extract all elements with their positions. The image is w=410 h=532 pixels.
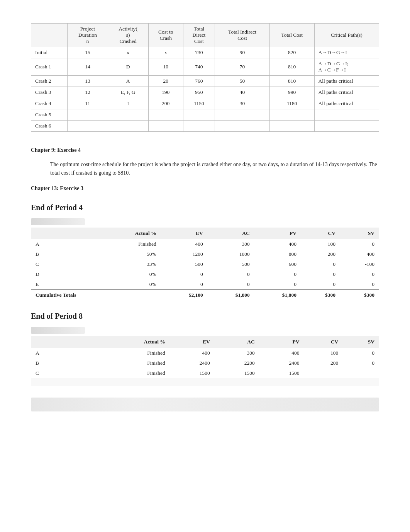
p8-col-label <box>31 336 100 348</box>
p8-ev <box>170 378 215 382</box>
crash-row-activity <box>108 109 148 121</box>
crash-row-total-cost <box>269 109 314 121</box>
p8-actual: Finished <box>100 358 170 368</box>
p8-label: C <box>31 368 100 378</box>
p4-ev: 400 <box>161 239 208 250</box>
p4-actual: 50% <box>100 249 161 259</box>
period4-data-row: D 0% 0 0 0 0 0 <box>31 269 379 279</box>
p4-cv: 0 <box>301 259 340 269</box>
p8-ac: 1500 <box>215 368 259 378</box>
crash-row-label: Crash 5 <box>31 109 68 121</box>
crash-row-duration: 11 <box>68 98 108 109</box>
p8-cv <box>304 382 343 386</box>
chapter13-heading: Chapter 13: Exercise 3 <box>31 185 379 192</box>
crash-row-cost-crash: 20 <box>148 76 183 87</box>
p4-actual: Finished <box>100 239 161 250</box>
p8-ev: 400 <box>170 348 215 358</box>
p8-cv <box>304 378 343 382</box>
crash-row-label: Initial <box>31 47 68 58</box>
p4-label: C <box>31 259 100 269</box>
col-header-total-indirect: Total IndirectCost <box>215 24 270 47</box>
crash-row-total-cost: 810 <box>269 58 314 76</box>
crash-row-label: Crash 6 <box>31 121 68 132</box>
crash-row-label: Crash 1 <box>31 58 68 76</box>
period4-table-wrap: Actual % EV AC PV CV SV A Finished 400 3… <box>31 228 379 301</box>
p4-col-pv: PV <box>254 228 301 239</box>
crash-row-critical-path: All paths critical <box>314 76 379 87</box>
p8-sv: 0 <box>343 348 379 358</box>
crash-row-total-indirect: 40 <box>215 87 270 98</box>
p4-label: D <box>31 269 100 279</box>
crash-row-activity <box>108 121 148 132</box>
p8-pv: 1500 <box>259 368 304 378</box>
p4-ac: 500 <box>208 259 254 269</box>
period8-table-wrap: Actual % EV AC PV CV SV A Finished 400 3… <box>31 336 379 386</box>
crash-row-activity: A <box>108 76 148 87</box>
crash-row-label: Crash 3 <box>31 87 68 98</box>
p8-pv <box>259 382 304 386</box>
crash-row-cost-crash: 10 <box>148 58 183 76</box>
p4-pv: 600 <box>254 259 301 269</box>
p4-ac: 1000 <box>208 249 254 259</box>
crash-row-total-cost <box>269 121 314 132</box>
period8-data-row: A Finished 400 300 400 100 0 <box>31 348 379 358</box>
period8-heading: End of Period 8 <box>31 312 379 321</box>
p8-col-ev: EV <box>170 336 215 348</box>
p4-ev: 0 <box>161 269 208 279</box>
crash-row-duration: 13 <box>68 76 108 87</box>
p8-label <box>31 382 100 386</box>
p4-sv: 0 <box>340 269 379 279</box>
period8-data-row: B Finished 2400 2200 2400 200 0 <box>31 358 379 368</box>
table-header-row: ProjectDurationn Activity(s)Crashed Cost… <box>31 24 379 47</box>
p8-col-pv: PV <box>259 336 304 348</box>
crash-row-cost-crash <box>148 121 183 132</box>
crash-row-total-indirect: 50 <box>215 76 270 87</box>
crash-row-cost-crash: 190 <box>148 87 183 98</box>
col-header-cost-to-crash: Cost toCrash <box>148 24 183 47</box>
p4-col-ac: AC <box>208 228 254 239</box>
crash-row-total-cost: 820 <box>269 47 314 58</box>
chapter9-table-section: ProjectDurationn Activity(s)Crashed Cost… <box>31 23 379 132</box>
crash-table-row: Crash 6 <box>31 121 379 132</box>
p8-col-actual: Actual % <box>100 336 170 348</box>
p8-cv: 200 <box>304 358 343 368</box>
p4-actual: 0% <box>100 269 161 279</box>
crash-row-cost-crash: 200 <box>148 98 183 109</box>
crash-row-total-indirect: 30 <box>215 98 270 109</box>
crash-row-duration <box>68 109 108 121</box>
crash-row-total-direct: 740 <box>183 58 215 76</box>
crash-row-critical-path <box>314 109 379 121</box>
p8-actual: Finished <box>100 348 170 358</box>
p8-ev: 2400 <box>170 358 215 368</box>
p8-ac <box>215 382 259 386</box>
crash-analysis-table: ProjectDurationn Activity(s)Crashed Cost… <box>31 23 379 132</box>
p4-sv: 0 <box>340 279 379 290</box>
crash-row-total-direct: 730 <box>183 47 215 58</box>
p4-actual: 0% <box>100 279 161 290</box>
crash-row-cost-crash: x <box>148 47 183 58</box>
chapter9-heading: Chapter 9: Exercise 4 <box>31 147 379 153</box>
col-header-activity: Activity(s)Crashed <box>108 24 148 47</box>
p8-sv <box>343 382 379 386</box>
p8-sv <box>343 368 379 378</box>
col-header-duration: ProjectDurationn <box>68 24 108 47</box>
p4-col-actual: Actual % <box>100 228 161 239</box>
p4-sv: 400 <box>340 249 379 259</box>
p4-pv: 400 <box>254 239 301 250</box>
period8-data-row: C Finished 1500 1500 1500 <box>31 368 379 378</box>
p8-actual: Finished <box>100 368 170 378</box>
p8-label: A <box>31 348 100 358</box>
crash-row-activity: D <box>108 58 148 76</box>
crash-table-row: Crash 2 13 A 20 760 50 810 All paths cri… <box>31 76 379 87</box>
crash-row-critical-path: All paths critical <box>314 87 379 98</box>
crash-row-critical-path: A→D→G→I;A→C→F→I <box>314 58 379 76</box>
p4-totals-label: Cumulative Totals <box>31 290 100 300</box>
crash-row-total-indirect: 70 <box>215 58 270 76</box>
p8-col-ac: AC <box>215 336 259 348</box>
period8-header-row: Actual % EV AC PV CV SV <box>31 336 379 348</box>
period8-data-row <box>31 382 379 386</box>
period8-table: Actual % EV AC PV CV SV A Finished 400 3… <box>31 336 379 386</box>
p8-ev: 1500 <box>170 368 215 378</box>
p8-col-sv: SV <box>343 336 379 348</box>
crash-row-total-direct <box>183 109 215 121</box>
